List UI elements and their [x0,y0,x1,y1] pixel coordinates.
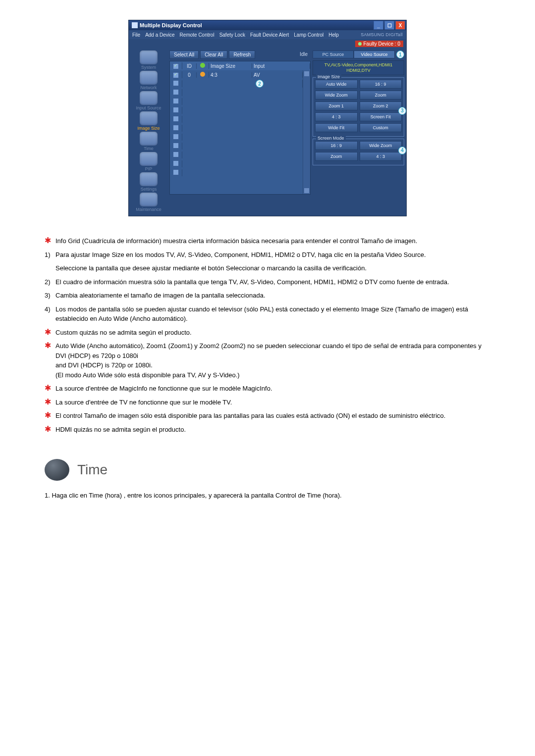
header-checkbox[interactable] [173,63,179,69]
cell-input: 2 [252,80,303,88]
table-row[interactable] [170,115,303,124]
opt-wide-fit[interactable]: Wide Fit [315,123,358,132]
image-size-group: Image Size Auto Wide16 : 9 Wide ZoomZoom… [313,77,404,137]
sidebar-item-maintenance[interactable]: Maintenance [131,193,166,212]
menu-lamp-control[interactable]: Lamp Control [291,32,326,38]
col-input: Input [252,63,310,69]
src-line: TV,AV,S-Video,Component,HDMI1 [314,62,403,68]
menu-safety-lock[interactable]: Safety Lock [217,32,248,38]
opt-zoom[interactable]: Zoom [360,91,402,100]
table-row[interactable]: 2 [170,79,303,88]
table-row[interactable] [170,142,303,151]
row-checkbox[interactable] [173,89,179,95]
sm-wide-zoom[interactable]: Wide Zoom [360,141,402,150]
row-checkbox[interactable] [173,134,179,140]
row-checkbox[interactable] [173,160,179,166]
row-checkbox[interactable] [173,80,179,86]
tab-video-source[interactable]: Video Source [354,50,395,58]
note-text: Seleccione la pantalla que desee ajustar… [55,263,490,273]
note-text: Info Grid (Cuadrícula de información) mu… [55,236,490,246]
menu-remote-control[interactable]: Remote Control [177,32,217,38]
row-checkbox[interactable] [173,72,179,78]
table-row[interactable] [170,97,303,106]
row-checkbox[interactable] [173,98,179,104]
note-text: La source d'entrée de MagicInfo ne fonct… [55,384,490,394]
sidebar-label: Network [131,85,166,90]
row-checkbox[interactable] [173,116,179,122]
table-row[interactable] [170,151,303,159]
table-row[interactable] [170,159,303,168]
cell-id: 0 [182,72,197,78]
opt-wide-zoom[interactable]: Wide Zoom [315,91,358,100]
sidebar-item-network[interactable]: Network [131,71,166,90]
opt-16-9[interactable]: 16 : 9 [360,80,402,89]
num-3: 3) [45,291,55,301]
col-id: ID [182,63,197,69]
table-row[interactable]: 04:3AV [170,70,303,79]
num-2: 2) [45,277,55,287]
screen-mode-group: Screen Mode 16 : 9Wide Zoom Zoom4 : 3 [313,139,404,165]
table-row[interactable] [170,168,303,177]
sidebar-item-time[interactable]: Time [131,132,166,151]
minimize-button[interactable]: _ [374,21,383,30]
menu-add-device[interactable]: Add a Device [143,32,177,38]
row-checkbox[interactable] [173,143,179,149]
callout-2: 2 [256,80,264,88]
sidebar-label: Maintenance [131,207,166,212]
sidebar-item-input-source[interactable]: Input Source [131,91,166,110]
section-title: Time [77,462,107,478]
sidebar-label: Time [131,146,166,151]
sidebar-item-settings[interactable]: Settings [131,172,166,192]
note-text: Para ajustar Image Size en los modos TV,… [55,250,490,260]
opt-screen-fit[interactable]: Screen Fit [360,112,402,121]
opt-zoom2[interactable]: Zoom 2 [360,101,402,110]
maximize-button[interactable]: ☐ [384,21,394,30]
menu-help[interactable]: Help [326,32,341,38]
row-checkbox[interactable] [173,169,179,175]
opt-auto-wide[interactable]: Auto Wide [315,80,358,89]
callout-1: 1 [396,50,404,58]
sidebar: System Network Input Source Image Size T… [129,49,168,216]
select-all-button[interactable]: Select All [169,50,199,59]
image-size-icon [140,111,158,125]
faulty-device-label: Faulty Device : 0 [364,41,400,47]
refresh-button[interactable]: Refresh [229,50,255,59]
sidebar-item-pip[interactable]: PIP [131,152,166,171]
note-text: La source d'entrée de TV ne fonctionne q… [55,398,490,407]
app-icon [132,22,138,28]
opt-custom[interactable]: Custom [360,123,402,132]
opt-zoom1[interactable]: Zoom 1 [315,101,358,110]
sm-16-9[interactable]: 16 : 9 [315,141,358,150]
menu-file[interactable]: File [130,32,143,38]
image-size-legend: Image Size [316,74,341,79]
maintenance-icon [140,193,158,206]
cell-image-size: 4:3 [209,72,252,78]
star-icon: ✱ [45,425,55,434]
sidebar-item-system[interactable]: System [131,50,166,70]
clear-all-button[interactable]: Clear All [200,50,227,59]
sm-zoom[interactable]: Zoom [315,152,358,161]
opt-4-3[interactable]: 4 : 3 [315,112,358,121]
grid-scrollbar[interactable] [303,70,310,194]
note-text: Los modos de pantalla sólo se pueden aju… [55,304,490,324]
sm-4-3[interactable]: 4 : 3 [360,152,402,161]
status-dot-icon [358,42,362,46]
tab-pc-source[interactable]: PC Source [313,50,354,58]
sidebar-item-image-size[interactable]: Image Size [131,111,166,131]
table-row[interactable] [170,88,303,97]
table-row[interactable] [170,106,303,115]
close-button[interactable]: X [395,21,405,30]
menu-fault-device-alert[interactable]: Fault Device Alert [248,32,291,38]
sidebar-label: Input Source [131,105,166,110]
table-row[interactable] [170,133,303,142]
note-text: HDMI quizás no se admita según el produc… [55,425,490,435]
star-icon: ✱ [45,328,55,337]
row-checkbox[interactable] [173,125,179,131]
network-icon [140,71,158,85]
callout-4: 4 [398,147,406,154]
row-checkbox[interactable] [173,107,179,113]
note-span: (El modo Auto Wide sólo está disponible … [55,371,240,379]
note-text: El cuadro de información muestra sólo la… [55,277,490,287]
table-row[interactable] [170,124,303,133]
row-checkbox[interactable] [173,151,179,157]
